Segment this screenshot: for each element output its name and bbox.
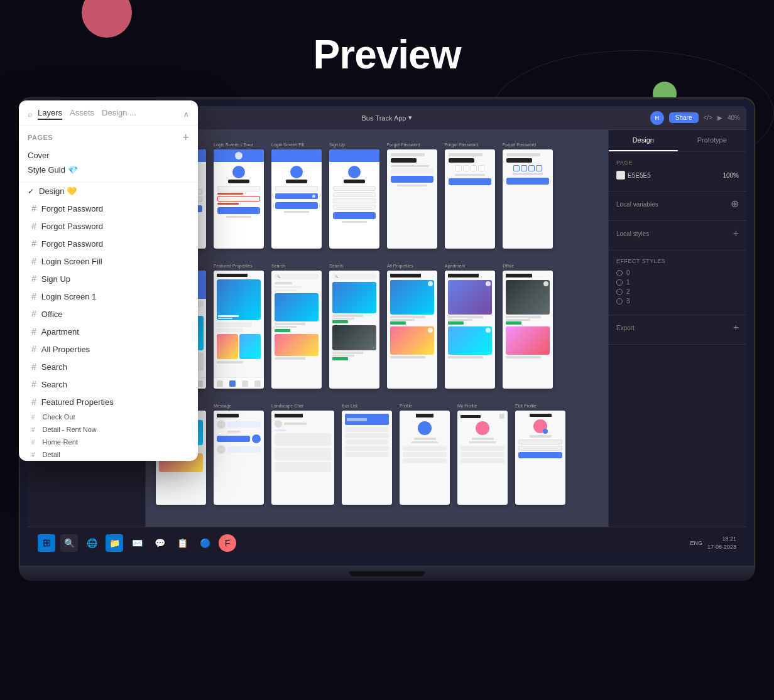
- frame-label: Sign Up: [329, 143, 379, 147]
- lo-layer-checkout[interactable]: # Check Out: [19, 411, 198, 423]
- lo-page-cover[interactable]: Cover: [28, 148, 189, 163]
- lo-search-icon[interactable]: ⌕: [28, 109, 33, 119]
- mini-screen-login-error: [214, 149, 264, 249]
- lo-hash-icon: #: [31, 256, 36, 266]
- rp-localstyles-add[interactable]: +: [733, 229, 739, 239]
- lo-layer-office[interactable]: # Office: [19, 305, 198, 323]
- frame-apartment: Apartment: [445, 264, 495, 389]
- lo-layer-label: Forgot Password: [41, 204, 103, 213]
- mini-screen-search-1: 🔍: [271, 271, 322, 389]
- lo-layer-apartment[interactable]: # Apartment: [19, 323, 198, 340]
- frame-search-2: Search 🔍: [329, 264, 379, 389]
- frame-label: Forgot Password: [387, 143, 437, 147]
- lo-hash-icon: #: [31, 203, 36, 213]
- taskbar-search-icon[interactable]: 🔍: [60, 534, 78, 552]
- taskbar-app1-icon[interactable]: 📋: [173, 534, 191, 552]
- mini-screen-landscape-chat: [271, 411, 334, 505]
- lo-layer-label: Forgot Password: [41, 239, 103, 249]
- lo-tab-design[interactable]: Design ...: [102, 108, 136, 120]
- frame-forgot-1: Forgot Password: [387, 143, 437, 249]
- lo-layer-design[interactable]: ✓ Design 💛: [19, 183, 198, 200]
- lo-tab-layers[interactable]: Layers: [38, 108, 62, 120]
- lo-layer-allproperties[interactable]: # All Properties: [19, 340, 198, 358]
- lo-layer-signup[interactable]: # Sign Up: [19, 270, 198, 288]
- taskbar-edge-icon[interactable]: 🌐: [83, 534, 101, 552]
- lo-hash-icon: #: [31, 326, 36, 337]
- lo-layer-forgot-3[interactable]: # Forgot Password: [19, 235, 198, 252]
- lo-hash-icon: #: [31, 239, 36, 249]
- lo-layer-forgot-1[interactable]: # Forgot Password: [19, 200, 198, 217]
- lo-layer-loginscreen1[interactable]: # Login Screen 1: [19, 288, 198, 305]
- lo-layers-list: ✓ Design 💛 # Forgot Password # Forgot Pa…: [19, 183, 198, 461]
- rp-localvars-section: Local variables ⊕: [609, 191, 746, 221]
- lo-hash-icon: #: [31, 397, 36, 407]
- lo-layer-detail-rentnow[interactable]: # Detail - Rent Now: [19, 423, 198, 436]
- frame-label: Profile: [400, 404, 450, 408]
- taskbar-figma-icon[interactable]: F: [219, 534, 236, 552]
- rp-export-add[interactable]: +: [733, 323, 739, 333]
- effect-dot: [616, 279, 623, 286]
- lo-collapse-icon[interactable]: ∧: [183, 110, 189, 119]
- tab-design[interactable]: Design: [609, 130, 678, 151]
- effect-label: 1: [626, 279, 630, 286]
- lo-layer-homerent[interactable]: # Home-Rent: [19, 436, 198, 448]
- rp-export-section: Export +: [609, 315, 746, 345]
- taskbar-explorer-icon[interactable]: 📁: [106, 534, 123, 552]
- taskbar-mail-icon[interactable]: ✉️: [128, 534, 146, 552]
- effect-dot: [616, 289, 623, 295]
- right-panel-tabs: Design Prototype: [609, 130, 746, 152]
- lo-hash-icon: #: [31, 426, 35, 433]
- frame-label: Edit Profile: [515, 404, 565, 408]
- rp-opacity-value: 100%: [722, 172, 739, 179]
- lo-tab-assets[interactable]: Assets: [70, 108, 94, 120]
- lo-pages-add-button[interactable]: +: [182, 132, 189, 143]
- lo-layer-label: All Properties: [41, 345, 90, 354]
- canvas-area[interactable]: Login Screen 1: [146, 130, 608, 527]
- lo-layer-label: Office: [41, 310, 63, 319]
- lo-hash-icon: #: [31, 362, 36, 372]
- effect-label: 0: [626, 269, 630, 276]
- frame-forgot-3: Forgot Password: [503, 143, 553, 249]
- mini-screen-featured: [214, 271, 264, 389]
- taskbar-chrome-icon[interactable]: 🔵: [196, 534, 214, 552]
- frame-label: Search: [329, 264, 379, 268]
- lo-pages-header: Pages +: [28, 132, 189, 143]
- frame-message: Message: [214, 404, 264, 505]
- taskbar: ⊞ 🔍 🌐 📁 ✉️ 💬 📋 🔵 F ENG 18:21 17-06-2023: [28, 527, 746, 558]
- mini-screen-forgot-1: [387, 149, 437, 249]
- lo-layer-label: Detail: [43, 451, 60, 458]
- mini-screen-login-fill: [271, 149, 322, 249]
- tab-prototype[interactable]: Prototype: [678, 130, 747, 151]
- frame-editprofile: Edit Profile: [515, 404, 565, 505]
- frame-login-error: Login Screen - Error: [214, 143, 264, 249]
- mini-screen-signup: [329, 149, 379, 249]
- figma-play-icon[interactable]: ▶: [717, 114, 722, 121]
- mini-screen-profile: [400, 411, 450, 505]
- lo-layer-featured[interactable]: # Featured Properties: [19, 393, 198, 411]
- lo-layer-search-1[interactable]: # Search: [19, 358, 198, 375]
- lo-layer-loginscreenfill[interactable]: # Login Screen Fill: [19, 252, 198, 270]
- lo-layer-label: Home-Rent: [43, 438, 78, 446]
- frame-forgot-2: Forgot Password: [445, 143, 495, 249]
- figma-code-icon[interactable]: </>: [704, 114, 712, 121]
- lo-hash-icon: #: [31, 451, 35, 458]
- frame-bus-list: Bus List: [342, 404, 392, 505]
- taskbar-skype-icon[interactable]: 💬: [151, 534, 168, 552]
- effect-dot: [616, 270, 623, 276]
- lo-page-styleguide[interactable]: Style Guid 💎: [28, 163, 189, 177]
- lo-layer-label: Featured Properties: [41, 397, 114, 407]
- taskbar-start-button[interactable]: ⊞: [38, 534, 55, 552]
- effect-row-0: 0: [616, 269, 739, 276]
- frame-landscape-chat: Landscape Chat: [271, 404, 334, 505]
- lo-layer-forgot-2[interactable]: # Forgot Password: [19, 217, 198, 235]
- rp-localstyles-label: Local styles: [616, 230, 649, 237]
- effect-dot: [616, 298, 623, 304]
- lo-layer-search-2[interactable]: # Search: [19, 375, 198, 393]
- effect-row-1: 1: [616, 279, 739, 286]
- frame-label: Featured Properties: [214, 264, 264, 268]
- canvas-scroll[interactable]: Login Screen 1: [146, 130, 608, 527]
- lo-layer-detail[interactable]: # Detail: [19, 448, 198, 461]
- lo-hash-icon: #: [31, 274, 36, 284]
- figma-share-button[interactable]: Share: [669, 112, 699, 123]
- rp-localvars-add[interactable]: ⊕: [731, 199, 739, 209]
